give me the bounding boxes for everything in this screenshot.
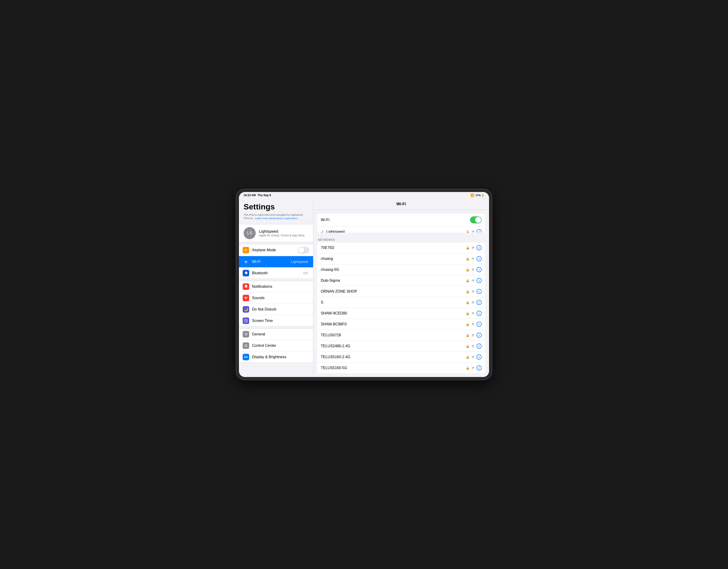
network-row[interactable]: S 🔒 i — [317, 297, 485, 308]
network-icons: 🔒 i — [466, 322, 482, 327]
lock-icon: 🔒 — [466, 344, 470, 348]
network-name: TELUS5160-2.4G — [321, 355, 466, 359]
sidebar-item-screen-time[interactable]: Screen Time — [239, 315, 313, 326]
wifi-icon — [243, 258, 249, 265]
sidebar-item-control-center[interactable]: Control Center — [239, 340, 313, 351]
connected-network-info-btn[interactable]: i — [477, 229, 482, 233]
sidebar-item-wifi[interactable]: Wi-Fi Lightspeed — [239, 256, 313, 268]
network-info-btn[interactable]: i — [477, 300, 482, 305]
lock-icon: 🔒 — [466, 268, 470, 271]
network-name: ORNAN ZONE SHOP — [321, 289, 466, 294]
network-info-btn[interactable]: i — [477, 267, 482, 272]
lock-icon: 🔒 — [466, 246, 470, 250]
network-info-btn[interactable]: i — [477, 333, 482, 338]
network-row[interactable]: 70E75D 🔒 i — [317, 242, 485, 253]
profile-info: Lightspeed Apple ID, iCloud, iTunes & Ap… — [259, 229, 304, 237]
wifi-signal-icon — [471, 246, 475, 250]
profile-row[interactable]: LS Lightspeed Apple ID, iCloud, iTunes &… — [239, 224, 313, 242]
wifi-signal-icon — [471, 230, 475, 233]
wifi-signal-icon — [471, 268, 475, 272]
lock-icon: 🔒 — [466, 230, 470, 233]
network-row[interactable]: ORNAN ZONE SHOP 🔒 i — [317, 286, 485, 297]
main-content: Settings This iPad is supervised and man… — [239, 198, 489, 377]
profile-subtitle: Apple ID, iCloud, iTunes & App Store — [259, 234, 304, 237]
network-icons: 🔒 i — [466, 245, 482, 250]
sidebar-header: Settings This iPad is supervised and man… — [239, 198, 313, 222]
network-info-btn[interactable]: i — [477, 289, 482, 294]
network-info-btn[interactable]: i — [477, 322, 482, 327]
network-name: chuang — [321, 257, 466, 261]
bluetooth-label: Bluetooth — [252, 271, 303, 275]
network-info-btn[interactable]: i — [477, 344, 482, 349]
ipad-frame: 10:23 AM Thu Sep 9 📶 17% 🔋 Settings This… — [236, 189, 492, 380]
airplane-mode-toggle[interactable] — [298, 247, 309, 254]
sidebar-item-display-brightness[interactable]: AA Display & Brightness — [239, 351, 313, 363]
network-row[interactable]: Duki-Sigma 🔒 i — [317, 275, 485, 286]
lock-icon: 🔒 — [466, 257, 470, 261]
sidebar-item-general[interactable]: ⚙ General — [239, 329, 313, 340]
network-row[interactable]: TELUS2486-2.4G 🔒 i — [317, 341, 485, 352]
supervision-link[interactable]: Learn more about device supervision... — [255, 217, 299, 220]
airplane-mode-label: Airplane Mode — [252, 248, 298, 252]
wifi-signal-icon — [471, 301, 475, 304]
network-icons: 🔒 i — [466, 344, 482, 349]
network-row[interactable]: chuang 🔒 i — [317, 253, 485, 264]
sidebar-item-notifications[interactable]: Notifications — [239, 281, 313, 292]
network-info-btn[interactable]: i — [477, 365, 482, 371]
network-name: SHAW-9CED80 — [321, 311, 466, 315]
network-row[interactable]: SHAW-BC88F0 🔒 i — [317, 319, 485, 330]
sounds-icon — [243, 295, 249, 301]
general-icon: ⚙ — [243, 331, 249, 337]
network-row[interactable]: TELUS0728 🔒 i — [317, 330, 485, 341]
network-icons: 🔒 i — [466, 354, 482, 360]
svg-point-3 — [245, 346, 246, 347]
bluetooth-value: On — [303, 271, 308, 275]
airplane-mode-icon: ✈ — [243, 247, 249, 253]
network-info-btn[interactable]: i — [477, 256, 482, 261]
network-name: S — [321, 300, 466, 304]
network-info-btn[interactable]: i — [477, 245, 482, 250]
dnd-icon: 🌙 — [243, 306, 249, 313]
lock-icon: 🔒 — [466, 366, 470, 370]
control-center-label: Control Center — [252, 344, 309, 348]
wifi-signal-icon — [471, 311, 475, 315]
network-row[interactable]: SHAW-9CED80 🔒 i — [317, 308, 485, 319]
screen-time-label: Screen Time — [252, 319, 309, 323]
dnd-label: Do Not Disturb — [252, 307, 309, 311]
connected-network-row[interactable]: ✓ Lightspeed 🔒 i — [317, 226, 485, 233]
sidebar-item-sounds[interactable]: Sounds — [239, 292, 313, 304]
network-row[interactable]: chuang-5G 🔒 i — [317, 264, 485, 275]
lock-icon: 🔒 — [466, 290, 470, 293]
network-icons: 🔒 i — [466, 267, 482, 272]
network-info-btn[interactable]: i — [477, 311, 482, 316]
lock-icon: 🔒 — [466, 279, 470, 282]
date-display: Thu Sep 9 — [258, 194, 271, 197]
sounds-label: Sounds — [252, 296, 309, 300]
profile-name: Lightspeed — [259, 229, 304, 234]
wifi-master-toggle[interactable] — [470, 216, 482, 223]
connected-network-name: Lightspeed — [326, 230, 466, 233]
sidebar-item-do-not-disturb[interactable]: 🌙 Do Not Disturb — [239, 304, 313, 315]
network-icons: 🔒 i — [466, 333, 482, 338]
lock-icon: 🔒 — [466, 323, 470, 326]
sidebar-item-airplane-mode[interactable]: ✈ Airplane Mode — [239, 244, 313, 256]
network-icons: 🔒 i — [466, 311, 482, 316]
wifi-value: Lightspeed — [291, 260, 308, 264]
wifi-signal-icon — [471, 290, 475, 294]
network-name: chuang-5G — [321, 268, 466, 272]
network-name: SHAW-BC88F0 — [321, 322, 466, 326]
network-info-btn[interactable]: i — [477, 354, 482, 360]
notifications-label: Notifications — [252, 285, 309, 289]
network-row[interactable]: TELUS5160-5G 🔒 i — [317, 363, 485, 373]
network-info-btn[interactable]: i — [477, 278, 482, 283]
battery-display: 17% 🔋 — [476, 194, 484, 197]
svg-point-4 — [246, 346, 247, 347]
network-row[interactable]: TELUS5160-2.4G 🔒 i — [317, 352, 485, 363]
system-group: Notifications Sounds 🌙 Do Not Disturb — [239, 281, 313, 327]
wifi-signal-icon — [471, 279, 475, 283]
status-left: 10:23 AM Thu Sep 9 — [244, 194, 271, 197]
connected-network-icons: 🔒 i — [466, 229, 482, 233]
control-center-icon — [243, 342, 249, 349]
sidebar-item-bluetooth[interactable]: ✱ Bluetooth On — [239, 268, 313, 279]
network-icons: 🔒 i — [466, 289, 482, 294]
